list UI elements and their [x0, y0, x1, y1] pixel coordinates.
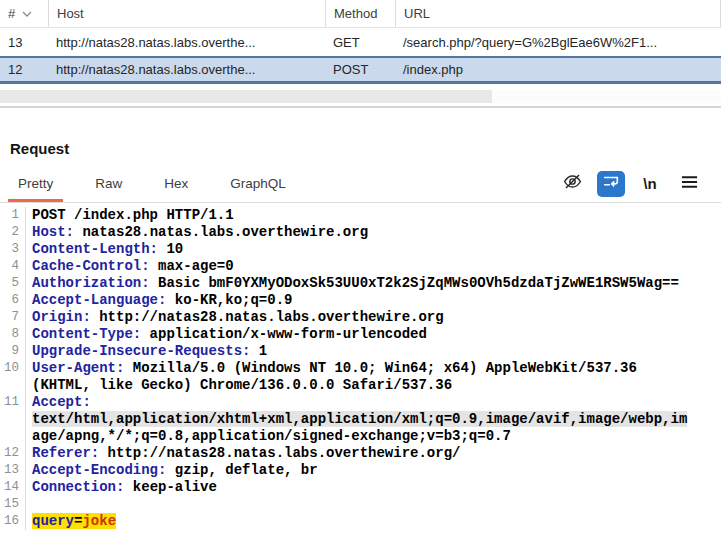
plain-text: POST /index.php HTTP/1.1	[32, 207, 234, 223]
line-number: 8	[0, 326, 26, 343]
line-number: 5	[0, 275, 26, 292]
plain-text: natas28.natas.labs.overthewire.org	[74, 224, 368, 240]
line-content: Accept-Language: ko-KR,ko;q=0.9	[26, 292, 292, 309]
line-content: text/html,application/xhtml+xml,applicat…	[26, 411, 687, 428]
editor-line: 16query=joke	[0, 513, 721, 530]
hamburger-menu-icon	[681, 175, 698, 193]
line-number: 3	[0, 241, 26, 258]
request-tabs: PrettyRawHexGraphQL	[8, 165, 318, 202]
column-header-url[interactable]: URL	[395, 0, 721, 27]
cell-url: /index.php	[395, 58, 721, 81]
plain-text: max-age=0	[150, 258, 234, 274]
line-content: age/apng,*/*;q=0.8,application/signed-ex…	[26, 428, 511, 445]
horizontal-scrollbar-track[interactable]	[0, 90, 721, 103]
line-number: 7	[0, 309, 26, 326]
line-number: 2	[0, 224, 26, 241]
cell-host: http://natas28.natas.labs.overthe...	[48, 28, 325, 56]
editor-line: 14Connection: keep-alive	[0, 479, 721, 496]
header-name: Origin:	[32, 309, 91, 325]
header-name: query	[32, 513, 74, 529]
column-header-method[interactable]: Method	[325, 0, 395, 27]
line-number	[0, 377, 26, 394]
table-header: # Host Method URL	[0, 0, 721, 28]
column-header-host[interactable]: Host	[48, 0, 325, 27]
plain-text: http://natas28.natas.labs.overthewire.or…	[91, 309, 444, 325]
cell-url: /search.php/?query=G%2BglEae6W%2F1...	[395, 28, 721, 56]
line-content: (KHTML, like Gecko) Chrome/136.0.0.0 Saf…	[26, 377, 452, 394]
editor-line: 6Accept-Language: ko-KR,ko;q=0.9	[0, 292, 721, 309]
cell-method: GET	[325, 28, 395, 56]
cell-number: 12	[0, 58, 48, 81]
line-number: 12	[0, 445, 26, 462]
line-content: query=joke	[26, 513, 116, 530]
http-history-table: # Host Method URL 13http://natas28.natas…	[0, 0, 721, 84]
plain-text: age/apng,*/*;q=0.8,application/signed-ex…	[32, 428, 511, 444]
plain-text: gzip, deflate, br	[166, 462, 317, 478]
newline-display-button[interactable]: \n	[636, 171, 664, 197]
tab-hex[interactable]: Hex	[154, 165, 198, 202]
line-number: 9	[0, 343, 26, 360]
editor-line: 10User-Agent: Mozilla/5.0 (Windows NT 10…	[0, 360, 721, 377]
cell-host: http://natas28.natas.labs.overthe...	[48, 58, 325, 81]
editor-line: 12Referer: http://natas28.natas.labs.ove…	[0, 445, 721, 462]
line-content: Content-Type: application/x-www-form-url…	[26, 326, 427, 343]
plain-text: ko-KR,ko;q=0.9	[166, 292, 292, 308]
header-name: Host:	[32, 224, 74, 240]
editor-toolbar: \n	[558, 171, 721, 197]
line-content: POST /index.php HTTP/1.1	[26, 207, 234, 224]
tab-raw[interactable]: Raw	[85, 165, 132, 202]
plain-text: text/html,application/xhtml+xml,applicat…	[32, 411, 687, 427]
line-content: Cache-Control: max-age=0	[26, 258, 234, 275]
header-name: Accept:	[32, 394, 91, 410]
header-name: Accept-Encoding:	[32, 462, 166, 478]
editor-line: 5Authorization: Basic bmF0YXMyODoxSk53UU…	[0, 275, 721, 292]
line-content: Connection: keep-alive	[26, 479, 217, 496]
line-number: 1	[0, 207, 26, 224]
line-number: 6	[0, 292, 26, 309]
column-header-number[interactable]: #	[0, 0, 48, 27]
editor-line: age/apng,*/*;q=0.8,application/signed-ex…	[0, 428, 721, 445]
request-editor[interactable]: 1POST /index.php HTTP/1.12Host: natas28.…	[0, 203, 721, 530]
horizontal-scrollbar-thumb[interactable]	[0, 90, 492, 103]
editor-line: 9Upgrade-Insecure-Requests: 1	[0, 343, 721, 360]
plain-text: 1	[250, 343, 267, 359]
editor-line: 1POST /index.php HTTP/1.1	[0, 207, 721, 224]
line-content: Referer: http://natas28.natas.labs.overt…	[26, 445, 460, 462]
word-wrap-icon	[601, 172, 621, 195]
tab-pretty[interactable]: Pretty	[8, 165, 63, 202]
plain-text: http://natas28.natas.labs.overthewire.or…	[99, 445, 460, 461]
table-row[interactable]: 13http://natas28.natas.labs.overthe...GE…	[0, 28, 721, 56]
line-content: Accept-Encoding: gzip, deflate, br	[26, 462, 318, 479]
line-number	[0, 428, 26, 445]
eye-off-icon	[561, 171, 584, 196]
table-row[interactable]: 12http://natas28.natas.labs.overthe...PO…	[0, 56, 721, 84]
cell-method: POST	[325, 58, 395, 81]
plain-text: (KHTML, like Gecko) Chrome/136.0.0.0 Saf…	[32, 377, 452, 393]
line-content: Content-Length: 10	[26, 241, 183, 258]
header-name: Cache-Control:	[32, 258, 150, 274]
hide-nonprinting-button[interactable]	[558, 171, 586, 197]
header-name: Referer:	[32, 445, 99, 461]
editor-line: 13Accept-Encoding: gzip, deflate, br	[0, 462, 721, 479]
editor-line: 4Cache-Control: max-age=0	[0, 258, 721, 275]
line-content: Origin: http://natas28.natas.labs.overth…	[26, 309, 444, 326]
line-content: Authorization: Basic bmF0YXMyODoxSk53UU0…	[26, 275, 679, 292]
editor-line: 2Host: natas28.natas.labs.overthewire.or…	[0, 224, 721, 241]
header-name: Content-Length:	[32, 241, 158, 257]
line-highlight-yellow: query=joke	[32, 513, 116, 529]
editor-line: 8Content-Type: application/x-www-form-ur…	[0, 326, 721, 343]
line-content: User-Agent: Mozilla/5.0 (Windows NT 10.0…	[26, 360, 637, 377]
word-wrap-toggle-button[interactable]	[597, 171, 625, 197]
request-tabbar: PrettyRawHexGraphQL \n	[0, 165, 721, 203]
line-number	[0, 411, 26, 428]
body-value: joke	[82, 513, 116, 529]
line-number: 14	[0, 479, 26, 496]
plain-text: application/x-www-form-urlencoded	[141, 326, 427, 342]
line-content: Accept:	[26, 394, 91, 411]
panel-divider	[0, 106, 721, 108]
line-number: 15	[0, 496, 26, 513]
plain-text: 10	[158, 241, 183, 257]
tab-graphql[interactable]: GraphQL	[220, 165, 296, 202]
line-content: Upgrade-Insecure-Requests: 1	[26, 343, 267, 360]
editor-menu-button[interactable]	[675, 171, 703, 197]
